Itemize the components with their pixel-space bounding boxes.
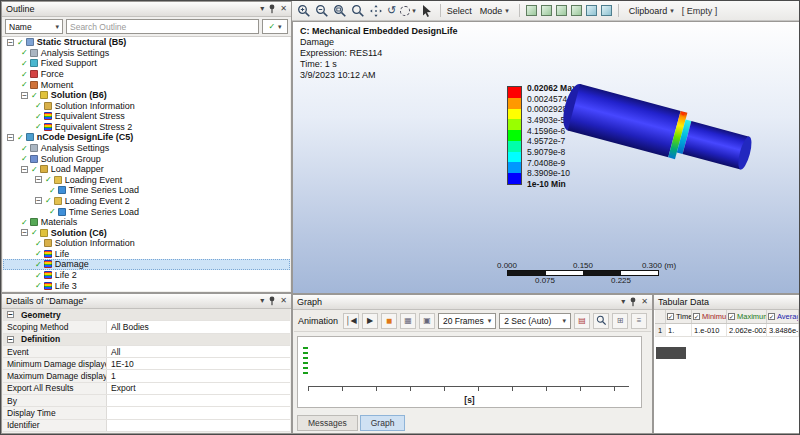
close-icon[interactable]: ✕ [280, 5, 287, 13]
clipboard-dropdown[interactable]: Clipboard▾ [625, 4, 678, 18]
select-face-icon[interactable] [556, 5, 567, 16]
column-header-minimum[interactable]: ✓Minimum [692, 310, 727, 323]
average-cell[interactable]: 3.8486e-005 [767, 324, 799, 336]
tabular-selected-cell[interactable] [656, 347, 686, 359]
chart-options-icon[interactable]: ≡ [631, 313, 647, 329]
tree-item-fixed-support[interactable]: ✓Fixed Support [3, 58, 290, 69]
tree-item-analysis-settings-2[interactable]: ✓Analysis Settings [3, 143, 290, 154]
column-header-maximum[interactable]: ✓Maximum [727, 310, 767, 323]
tree-item-equivalent-stress[interactable]: ✓Equivalent Stress [3, 111, 290, 122]
box-zoom-icon[interactable] [333, 4, 347, 18]
details-section-geometry[interactable]: −Geometry [3, 309, 290, 321]
graphics-viewport[interactable]: C: Mechanical Embedded DesignLife Damage… [292, 21, 800, 294]
select-edge-icon[interactable] [541, 5, 552, 16]
close-icon[interactable]: ✕ [641, 298, 648, 306]
rotate-icon[interactable]: ↺ [387, 5, 396, 16]
frames-dropdown[interactable]: 20 Frames▾ [438, 313, 496, 329]
tab-graph[interactable]: Graph [360, 415, 406, 431]
tab-messages[interactable]: Messages [297, 415, 358, 431]
details-value[interactable]: All Bodies [107, 321, 290, 332]
snapshot-icon[interactable]: ▣ [419, 313, 435, 329]
details-value[interactable] [107, 395, 290, 406]
pin-icon[interactable] [268, 296, 276, 306]
tree-item-materials[interactable]: ✓Materials [3, 217, 290, 228]
details-value[interactable] [107, 407, 290, 418]
details-value[interactable]: Export [107, 383, 290, 394]
details-value[interactable] [107, 420, 290, 431]
play-button[interactable]: ▶ [362, 313, 378, 329]
tree-item-time-series-load-2[interactable]: ✓Time Series Load [3, 206, 290, 217]
tree-item-loading-event-2[interactable]: −✓Loading Event 2 [3, 196, 290, 207]
outline-search-input[interactable] [66, 19, 259, 34]
checkbox-icon[interactable]: ✓ [768, 313, 775, 320]
mode-dropdown[interactable]: Mode▾ [476, 4, 513, 18]
tree-item-solution-group[interactable]: ✓Solution Group [3, 153, 290, 164]
graph-chart-area[interactable]: [s] [297, 336, 642, 408]
details-value[interactable]: All [107, 346, 290, 357]
duration-dropdown[interactable]: 2 Sec (Auto)▾ [499, 313, 571, 329]
zoom-out-icon[interactable] [315, 4, 329, 18]
tree-item-ncode-designlife[interactable]: −✓nCode DesignLife (C5) [3, 132, 290, 143]
pan-icon[interactable] [369, 4, 383, 18]
tree-item-load-mapper[interactable]: −✓Load Mapper [3, 164, 290, 175]
collapse-icon[interactable]: − [35, 197, 42, 204]
tree-item-equivalent-stress-2[interactable]: ✓Equivalent Stress 2 [3, 122, 290, 133]
collapse-icon[interactable]: − [21, 229, 28, 236]
chart-grid-icon[interactable]: ⊞ [612, 313, 628, 329]
collapse-icon[interactable]: − [7, 134, 14, 141]
chart-zoom-icon[interactable] [593, 313, 609, 329]
film-strip-icon[interactable]: ▦ [400, 313, 416, 329]
collapse-icon[interactable]: − [21, 92, 28, 99]
column-header-average[interactable]: ✓Average [767, 310, 799, 323]
tree-item-moment[interactable]: ✓Moment [3, 79, 290, 90]
stop-button[interactable]: ■ [381, 313, 397, 329]
checkbox-icon[interactable]: ✓ [667, 313, 674, 320]
select-vertex-icon[interactable] [526, 5, 537, 16]
collapse-icon[interactable]: − [35, 176, 42, 183]
select-type-dropdown[interactable]: ▾ [400, 6, 416, 16]
tree-item-solution-information[interactable]: ✓Solution Information [3, 100, 290, 111]
checkbox-icon[interactable]: ✓ [728, 313, 735, 320]
column-header-time[interactable]: ✓Time [s] [666, 310, 692, 323]
tree-item-static-structural[interactable]: −✓Static Structural (B5) [3, 37, 290, 48]
extend-selection-icon[interactable] [586, 5, 597, 16]
checkbox-icon[interactable]: ✓ [693, 313, 700, 320]
filter-options-button[interactable]: ✓▾ [262, 19, 288, 34]
tree-item-solution-c6[interactable]: −✓Solution (C6) [3, 227, 290, 238]
panel-menu-icon[interactable]: ▾ [260, 5, 264, 13]
collapse-icon[interactable]: − [21, 166, 28, 173]
tree-item-loading-event[interactable]: −✓Loading Event [3, 175, 290, 186]
details-section-definition[interactable]: −Definition [3, 334, 290, 346]
collapse-icon[interactable]: − [7, 39, 14, 46]
zoom-fit-icon[interactable] [351, 4, 365, 18]
name-filter-dropdown[interactable]: Name▾ [5, 19, 63, 34]
export-data-icon[interactable]: ▤ [574, 313, 590, 329]
cursor-icon[interactable] [420, 4, 434, 18]
select-body-icon[interactable] [571, 5, 582, 16]
step-first-button[interactable]: │◀ [343, 313, 359, 329]
tree-item-damage[interactable]: ✓Damage [3, 259, 290, 270]
details-value[interactable]: 1 [107, 370, 290, 381]
close-icon[interactable]: ✕ [280, 297, 287, 305]
details-value[interactable]: 1E-10 [107, 358, 290, 369]
pin-icon[interactable] [268, 4, 276, 14]
panel-menu-icon[interactable]: ▾ [621, 298, 625, 306]
time-cell[interactable]: 1. [666, 324, 692, 336]
tabular-data-row[interactable]: 1 1. 1.e-010 2.062e-002 3.8486e-005 [655, 324, 799, 337]
minimum-cell[interactable]: 1.e-010 [692, 324, 727, 336]
tree-item-analysis-settings[interactable]: ✓Analysis Settings [3, 48, 290, 59]
selection-filter-icon[interactable] [601, 5, 612, 16]
panel-menu-icon[interactable]: ▾ [260, 297, 264, 305]
zoom-in-icon[interactable] [297, 4, 311, 18]
tree-item-time-series-load[interactable]: ✓Time Series Load [3, 185, 290, 196]
collapse-icon[interactable]: − [7, 336, 14, 343]
tree-item-life-2[interactable]: ✓Life 2 [3, 270, 290, 281]
tree-item-force[interactable]: ✓Force [3, 69, 290, 80]
collapse-icon[interactable]: − [7, 311, 14, 318]
tree-item-life-3[interactable]: ✓Life 3 [3, 280, 290, 291]
tree-item-solution-information-2[interactable]: ✓Solution Information [3, 238, 290, 249]
tree-item-solution-b6[interactable]: −✓Solution (B6) [3, 90, 290, 101]
pin-icon[interactable] [629, 297, 637, 307]
tree-item-life[interactable]: ✓Life [3, 249, 290, 260]
maximum-cell[interactable]: 2.062e-002 [727, 324, 767, 336]
